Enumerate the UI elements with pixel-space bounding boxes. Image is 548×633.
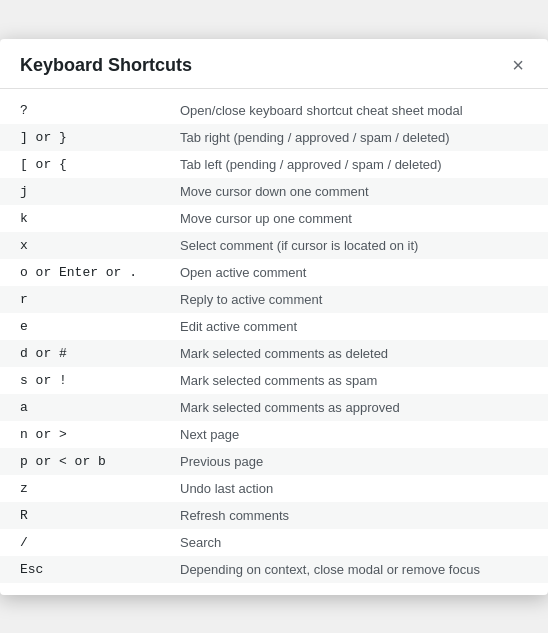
shortcut-description: Reply to active comment bbox=[160, 286, 548, 313]
shortcut-description: Previous page bbox=[160, 448, 548, 475]
shortcut-description: Depending on context, close modal or rem… bbox=[160, 556, 548, 583]
table-row: n or >Next page bbox=[0, 421, 548, 448]
table-row: jMove cursor down one comment bbox=[0, 178, 548, 205]
shortcut-key: r bbox=[0, 286, 160, 313]
modal-header: Keyboard Shortcuts × bbox=[0, 39, 548, 89]
table-row: /Search bbox=[0, 529, 548, 556]
keyboard-shortcuts-modal: Keyboard Shortcuts × ?Open/close keyboar… bbox=[0, 39, 548, 595]
shortcut-description: Tab left (pending / approved / spam / de… bbox=[160, 151, 548, 178]
table-row: aMark selected comments as approved bbox=[0, 394, 548, 421]
shortcut-key: n or > bbox=[0, 421, 160, 448]
shortcut-description: Tab right (pending / approved / spam / d… bbox=[160, 124, 548, 151]
shortcut-key: k bbox=[0, 205, 160, 232]
shortcut-description: Open/close keyboard shortcut cheat sheet… bbox=[160, 97, 548, 124]
shortcut-description: Open active comment bbox=[160, 259, 548, 286]
shortcut-description: Mark selected comments as approved bbox=[160, 394, 548, 421]
shortcut-key: a bbox=[0, 394, 160, 421]
shortcut-description: Mark selected comments as deleted bbox=[160, 340, 548, 367]
modal-body: ?Open/close keyboard shortcut cheat shee… bbox=[0, 89, 548, 595]
modal-title: Keyboard Shortcuts bbox=[20, 55, 192, 76]
shortcut-description: Undo last action bbox=[160, 475, 548, 502]
shortcut-key: d or # bbox=[0, 340, 160, 367]
shortcut-description: Move cursor up one comment bbox=[160, 205, 548, 232]
shortcut-description: Select comment (if cursor is located on … bbox=[160, 232, 548, 259]
table-row: rReply to active comment bbox=[0, 286, 548, 313]
shortcut-description: Next page bbox=[160, 421, 548, 448]
shortcut-key: Esc bbox=[0, 556, 160, 583]
table-row: zUndo last action bbox=[0, 475, 548, 502]
table-row: s or !Mark selected comments as spam bbox=[0, 367, 548, 394]
shortcut-description: Edit active comment bbox=[160, 313, 548, 340]
shortcut-key: / bbox=[0, 529, 160, 556]
shortcut-description: Move cursor down one comment bbox=[160, 178, 548, 205]
shortcut-key: j bbox=[0, 178, 160, 205]
shortcut-key: ] or } bbox=[0, 124, 160, 151]
shortcut-description: Mark selected comments as spam bbox=[160, 367, 548, 394]
shortcut-key: z bbox=[0, 475, 160, 502]
shortcuts-table: ?Open/close keyboard shortcut cheat shee… bbox=[0, 97, 548, 583]
table-row: o or Enter or .Open active comment bbox=[0, 259, 548, 286]
table-row: [ or {Tab left (pending / approved / spa… bbox=[0, 151, 548, 178]
shortcut-key: x bbox=[0, 232, 160, 259]
shortcut-key: e bbox=[0, 313, 160, 340]
table-row: EscDepending on context, close modal or … bbox=[0, 556, 548, 583]
close-button[interactable]: × bbox=[508, 55, 528, 75]
shortcut-key: [ or { bbox=[0, 151, 160, 178]
table-row: d or #Mark selected comments as deleted bbox=[0, 340, 548, 367]
table-row: xSelect comment (if cursor is located on… bbox=[0, 232, 548, 259]
table-row: kMove cursor up one comment bbox=[0, 205, 548, 232]
shortcut-key: p or < or b bbox=[0, 448, 160, 475]
table-row: ] or }Tab right (pending / approved / sp… bbox=[0, 124, 548, 151]
table-row: RRefresh comments bbox=[0, 502, 548, 529]
shortcut-key: o or Enter or . bbox=[0, 259, 160, 286]
shortcut-key: R bbox=[0, 502, 160, 529]
table-row: eEdit active comment bbox=[0, 313, 548, 340]
table-row: p or < or bPrevious page bbox=[0, 448, 548, 475]
shortcut-key: s or ! bbox=[0, 367, 160, 394]
shortcut-key: ? bbox=[0, 97, 160, 124]
shortcut-description: Refresh comments bbox=[160, 502, 548, 529]
shortcut-description: Search bbox=[160, 529, 548, 556]
table-row: ?Open/close keyboard shortcut cheat shee… bbox=[0, 97, 548, 124]
